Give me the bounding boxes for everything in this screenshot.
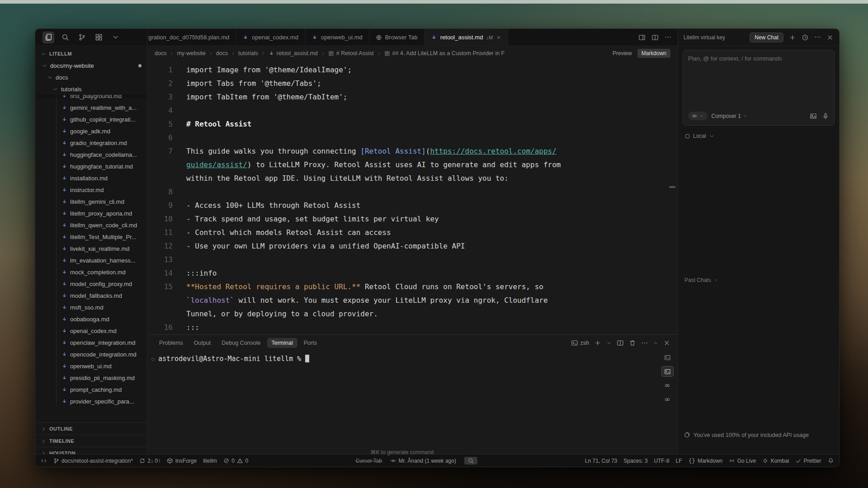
markdown-mode-pill[interactable]: Markdown [637, 49, 670, 58]
file-item[interactable]: litellm_proxy_aporia.md [35, 207, 147, 219]
go-live[interactable]: Go Live [729, 458, 756, 464]
file-item[interactable]: instructor.md [35, 184, 147, 196]
chevron-down-icon [52, 86, 58, 92]
notifications[interactable] [828, 458, 834, 464]
preview-toggle[interactable]: Preview [613, 50, 632, 56]
composer-selector[interactable]: Composer 1 [712, 113, 747, 119]
activity-search-icon[interactable] [59, 32, 71, 43]
file-item[interactable]: prompt_caching.md [35, 384, 147, 395]
shell-selector[interactable]: zsh [571, 339, 589, 347]
model-selector[interactable]: ∞ [688, 112, 708, 120]
file-item[interactable]: gemini_realtime_with_a... [35, 102, 147, 113]
kombai[interactable]: Kombai [762, 458, 789, 464]
file-item[interactable]: livekit_xai_realtime.md [35, 243, 147, 254]
infinity-session-icon[interactable]: ∞ [661, 380, 674, 391]
code-editor[interactable]: 1import Image from '@theme/IdealImage';2… [147, 61, 678, 334]
panel-more-icon[interactable]: ⋯ [641, 340, 648, 347]
new-terminal-icon[interactable] [594, 339, 601, 347]
git-branch-status[interactable]: docs/retool-assist-integration* [53, 458, 133, 464]
folder-tutorials[interactable]: tutorials [35, 83, 147, 95]
sidebar-section-outline[interactable]: OUTLINE [35, 422, 147, 435]
folder-docs-my-website[interactable]: docs/my-website [35, 60, 147, 71]
activity-extensions-icon[interactable] [93, 32, 104, 43]
maximize-panel-icon[interactable] [653, 340, 658, 346]
file-item[interactable]: openweb_ui.md [35, 360, 147, 372]
file-item[interactable]: huggingface_codellama... [35, 149, 147, 160]
breadcrumb-item[interactable]: docs [216, 50, 228, 56]
file-item[interactable]: google_adk.md [35, 125, 147, 137]
context-selector[interactable]: Local [684, 133, 833, 139]
split-terminal-icon[interactable] [617, 339, 624, 347]
markdown-icon [269, 51, 274, 56]
file-item[interactable]: litellm_Test_Multiple_Pr... [35, 231, 147, 243]
activity-chevron-down-icon[interactable] [109, 32, 121, 43]
panel-tab-output[interactable]: Output [189, 338, 216, 348]
file-item[interactable]: opencode_integration.md [35, 348, 147, 360]
language-mode[interactable]: {}Markdown [689, 458, 723, 464]
file-item[interactable]: github_copilot_integrati... [35, 113, 147, 125]
remote-indicator[interactable] [41, 458, 47, 464]
file-item[interactable]: model_fallbacks.md [35, 290, 147, 301]
breadcrumb-item[interactable]: my-website [177, 50, 205, 56]
breadcrumb-item[interactable]: retool_assist.md [269, 50, 318, 56]
editor-scrollbar-thumb[interactable] [669, 186, 675, 188]
history-icon[interactable] [802, 34, 809, 41]
file-item[interactable]: msft_sso.md [35, 301, 147, 313]
eol[interactable]: LF [676, 458, 682, 464]
file-item[interactable]: oobabooga.md [35, 313, 147, 325]
terminal-output[interactable]: astrodevil@Astro-Mac-mini litellm % ⌘K t… [147, 351, 657, 459]
file-item[interactable]: openai_codex.md [35, 325, 147, 337]
toggle-layout-icon[interactable] [651, 34, 659, 41]
breadcrumb-item[interactable]: docs [155, 50, 166, 56]
chat-input-card[interactable]: Plan, @ for context, / for commands ∞ Co… [683, 50, 835, 126]
infinity-session-icon[interactable]: ∞ [661, 394, 674, 405]
file-item[interactable]: mock_completion.md [35, 266, 147, 278]
file-item[interactable]: huggingface_tutorial.md [35, 160, 147, 172]
terminal-session-icon[interactable] [661, 366, 674, 377]
markdown-file-icon [61, 234, 67, 240]
prettier[interactable]: Prettier [795, 458, 821, 464]
editor-tab[interactable]: openweb_ui.md [305, 29, 369, 46]
breadcrumb-item[interactable]: ## 4. Add LiteLLM as a Custom Provider i… [384, 50, 505, 56]
close-chat-panel-icon[interactable] [826, 34, 834, 41]
workspace-header[interactable]: LITELLM [35, 48, 147, 60]
new-chat-button[interactable]: New Chat [750, 33, 783, 42]
attach-image-icon[interactable] [810, 113, 817, 120]
past-chats[interactable]: Past Chats [684, 277, 833, 283]
breadcrumb-item[interactable]: tutorials [238, 50, 258, 56]
mic-icon[interactable] [822, 113, 829, 120]
editor-tab[interactable]: Browser Tab [369, 29, 425, 46]
file-item[interactable]: gradio_integration.md [35, 137, 147, 149]
breadcrumb-item[interactable]: # Retool Assist [328, 50, 374, 56]
file-item[interactable]: provider_specific_para... [35, 395, 147, 407]
command-decoration-icon [151, 358, 155, 361]
activity-explorer-icon[interactable] [42, 32, 54, 43]
activity-source-control-icon[interactable] [76, 32, 88, 43]
file-item[interactable]: openclaw_integration.md [35, 337, 147, 348]
panel-tab-ports[interactable]: Ports [299, 338, 321, 348]
plus-icon[interactable] [789, 34, 796, 41]
file-item[interactable]: presidio_pii_masking.md [35, 372, 147, 384]
close-tab-icon[interactable] [496, 35, 501, 40]
panel-tab-debug-console[interactable]: Debug Console [217, 338, 265, 348]
kill-terminal-icon[interactable] [629, 339, 636, 347]
file-item[interactable]: litellm_qwen_code_cli.md [35, 219, 147, 231]
sidebar-section-timeline[interactable]: TIMELINE [35, 435, 147, 447]
folder-docs[interactable]: docs [35, 71, 147, 83]
file-item[interactable]: installation.md [35, 172, 147, 184]
editor-tab[interactable]: openai_codex.md [236, 29, 305, 46]
terminal-dropdown-icon[interactable] [606, 340, 612, 346]
file-item[interactable]: model_config_proxy.md [35, 278, 147, 290]
file-item[interactable]: litellm_gemini_cli.md [35, 196, 147, 207]
editor-tab[interactable]: retool_assist.md↓M [425, 29, 508, 46]
terminal-session-icon[interactable] [661, 352, 674, 363]
panel-tab-terminal[interactable]: Terminal [267, 338, 297, 348]
close-panel-icon[interactable] [663, 339, 670, 347]
chat-input-placeholder[interactable]: Plan, @ for context, / for commands [688, 55, 829, 62]
more-icon[interactable]: ⋯ [814, 34, 821, 41]
file-item[interactable]: lm_evaluation_harness... [35, 254, 147, 266]
panel-tab-problems[interactable]: Problems [155, 338, 188, 348]
more-actions-icon[interactable]: ⋯ [665, 34, 671, 41]
editor-tab[interactable]: gration_doc_d075fd58.plan.md [147, 29, 236, 46]
split-editor-icon[interactable] [638, 34, 646, 41]
